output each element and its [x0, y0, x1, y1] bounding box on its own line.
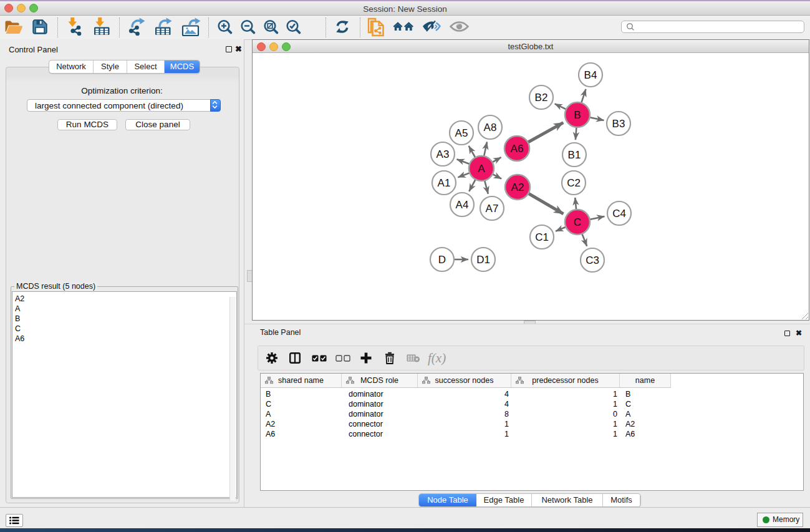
svg-text:C1: C1: [535, 231, 549, 243]
svg-text:B3: B3: [612, 118, 625, 130]
svg-text:C: C: [574, 216, 581, 228]
svg-text:A8: A8: [484, 122, 497, 133]
svg-text:A2: A2: [511, 181, 524, 193]
svg-text:A3: A3: [436, 148, 450, 160]
svg-text:A6: A6: [511, 143, 524, 155]
svg-text:A: A: [478, 163, 485, 175]
svg-text:D: D: [438, 254, 446, 266]
svg-text:B: B: [574, 109, 581, 121]
svg-text:D1: D1: [476, 254, 490, 266]
svg-text:A7: A7: [486, 203, 499, 215]
svg-text:B2: B2: [535, 92, 548, 104]
svg-text:A4: A4: [456, 199, 469, 211]
svg-text:A5: A5: [455, 127, 468, 139]
svg-text:C3: C3: [586, 254, 599, 266]
svg-text:B4: B4: [584, 69, 597, 81]
svg-text:C2: C2: [567, 177, 581, 189]
svg-text:A1: A1: [438, 177, 451, 189]
svg-text:B1: B1: [568, 149, 581, 161]
svg-text:C4: C4: [612, 208, 626, 220]
